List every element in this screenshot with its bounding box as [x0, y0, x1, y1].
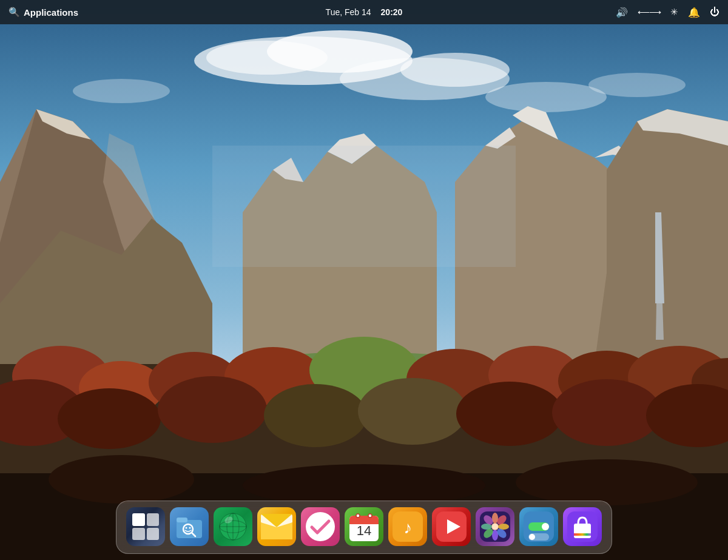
svg-point-5 [400, 53, 510, 87]
svg-point-40 [58, 388, 161, 449]
svg-point-8 [588, 73, 686, 97]
svg-point-42 [264, 384, 367, 447]
dock-item-browser[interactable] [214, 507, 252, 546]
svg-point-70 [306, 512, 335, 541]
dock-item-calendar[interactable]: 14 [345, 507, 383, 546]
network-icon[interactable]: ⟵⟶ [638, 7, 661, 17]
svg-point-91 [492, 524, 498, 530]
menubar-left: 🔍 Applications [8, 7, 78, 18]
svg-text:14: 14 [357, 523, 371, 538]
menubar-right: 🔊 ⟵⟶ ✳ 🔔 ⏻ [616, 7, 720, 18]
dock-item-video[interactable] [432, 507, 471, 546]
svg-point-45 [552, 379, 661, 446]
dock-item-preferences[interactable] [519, 507, 558, 546]
desktop: 🔍 Applications Tue, Feb 14 20:20 🔊 ⟵⟶ ✳ … [0, 0, 728, 560]
dock-item-appstore[interactable] [563, 507, 602, 546]
applications-label[interactable]: Applications [24, 7, 78, 18]
svg-point-50 [516, 459, 698, 505]
date-display: Tue, Feb 14 [326, 7, 371, 17]
svg-point-57 [189, 527, 191, 529]
svg-point-94 [542, 523, 549, 530]
search-icon[interactable]: 🔍 [8, 7, 20, 18]
svg-point-7 [485, 82, 607, 112]
svg-marker-24 [656, 303, 664, 340]
dock-item-music[interactable]: ♪ [388, 507, 427, 546]
menubar: 🔍 Applications Tue, Feb 14 20:20 🔊 ⟵⟶ ✳ … [0, 0, 728, 24]
svg-point-48 [49, 455, 194, 504]
svg-point-6 [73, 79, 170, 103]
dock-item-tasks[interactable] [301, 507, 340, 546]
svg-point-43 [358, 378, 467, 445]
svg-point-56 [186, 527, 187, 529]
bluetooth-icon[interactable]: ✳ [670, 7, 678, 18]
svg-rect-51 [212, 146, 516, 267]
svg-rect-53 [177, 518, 187, 522]
svg-point-41 [158, 376, 267, 443]
menubar-center: Tue, Feb 14 20:20 [326, 7, 403, 17]
volume-icon[interactable]: 🔊 [616, 7, 628, 18]
dock-item-photos[interactable] [476, 507, 514, 546]
power-icon[interactable]: ⏻ [710, 7, 720, 18]
svg-text:♪: ♪ [403, 518, 412, 537]
svg-rect-98 [574, 524, 591, 538]
notification-icon[interactable]: 🔔 [688, 7, 700, 18]
dock-item-sceneview[interactable] [126, 507, 165, 546]
svg-point-75 [368, 514, 372, 518]
dock: 14 ♪ [116, 501, 612, 554]
svg-point-74 [356, 514, 360, 518]
dock-item-finder[interactable] [170, 507, 209, 546]
svg-point-3 [206, 41, 328, 75]
svg-point-96 [529, 534, 535, 540]
svg-point-44 [456, 382, 563, 446]
svg-rect-52 [177, 520, 202, 538]
svg-rect-99 [574, 533, 591, 536]
dock-item-mail[interactable] [257, 507, 296, 546]
time-display: 20:20 [381, 7, 403, 17]
